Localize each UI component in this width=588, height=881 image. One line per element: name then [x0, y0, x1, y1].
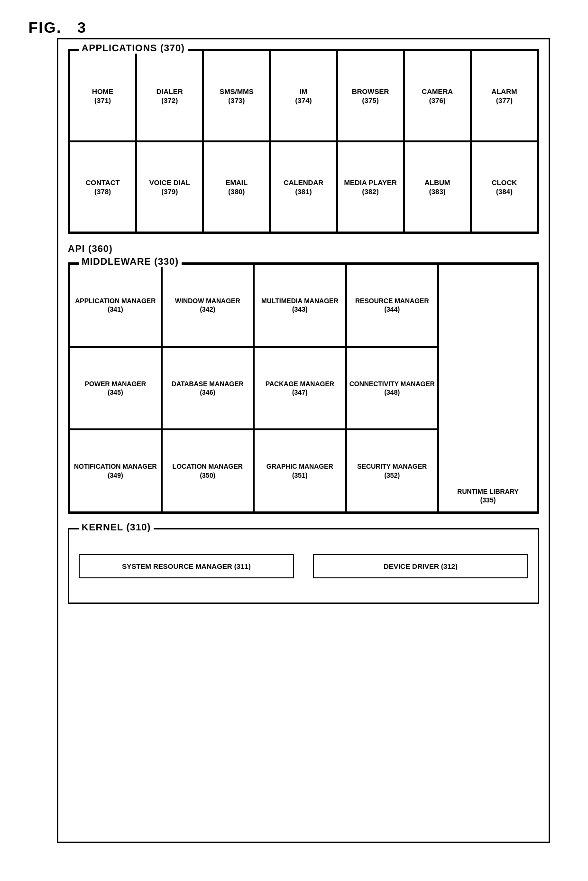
mw-ref-securitymanager: (352): [384, 471, 400, 480]
app-ref-browser: (375): [362, 96, 379, 105]
app-cell-camera: CAMERA (376): [404, 50, 471, 141]
mw-name-powermanager: POWER MANAGER: [85, 380, 146, 388]
app-ref-calendar: (381): [295, 187, 312, 196]
mw-name-securitymanager: SECURITY MANAGER: [357, 462, 427, 471]
applications-section: APPLICATIONS (370) HOME (371) DIALER (37…: [68, 49, 539, 234]
kernel-title: KERNEL (310): [79, 522, 154, 533]
system-resource-manager-label: SYSTEM RESOURCE MANAGER (311): [122, 562, 251, 570]
mw-cell-graphicmanager: GRAPHIC MANAGER (351): [254, 429, 346, 512]
app-ref-camera: (376): [429, 96, 446, 105]
kernel-content: SYSTEM RESOURCE MANAGER (311) DEVICE DRI…: [69, 529, 538, 603]
mw-cell-locationmanager: LOCATION MANAGER (350): [162, 429, 254, 512]
mw-cell-packagemanager: PACKAGE MANAGER (347): [254, 347, 346, 430]
device-driver-label: DEVICE DRIVER (312): [384, 562, 458, 570]
mw-ref-locationmanager: (350): [200, 471, 215, 480]
mw-ref-powermanager: (345): [108, 388, 123, 397]
mw-cell-windowmanager: WINDOW MANAGER (342): [162, 264, 254, 347]
app-ref-mediaplayer: (382): [362, 187, 379, 196]
app-cell-contact: CONTACT (378): [69, 141, 136, 232]
mw-cell-securitymanager: SECURITY MANAGER (352): [346, 429, 439, 512]
app-name-clock: CLOCK: [492, 178, 517, 187]
applications-title: APPLICATIONS (370): [79, 43, 188, 54]
mw-cell-databasemanager: DATABASE MANAGER (346): [162, 347, 254, 430]
app-name-voicedial: VOICE DIAL: [149, 178, 190, 187]
app-name-mediaplayer: MEDIA PLAYER: [344, 178, 396, 187]
app-name-im: IM: [300, 87, 308, 96]
middleware-section: MIDDLEWARE (330) APPLICATION MANAGER (34…: [68, 262, 539, 514]
app-ref-smsmms: (373): [228, 96, 245, 105]
mw-ref-windowmanager: (342): [200, 305, 215, 314]
system-resource-manager: SYSTEM RESOURCE MANAGER (311): [79, 554, 294, 578]
mw-cell-appmanager: APPLICATION MANAGER (341): [69, 264, 162, 347]
app-cell-smsmms: SMS/MMS (373): [203, 50, 270, 141]
app-cell-voicedial: VOICE DIAL (379): [136, 141, 203, 232]
app-cell-email: EMAIL (380): [203, 141, 270, 232]
app-ref-im: (374): [295, 96, 312, 105]
middleware-grid: APPLICATION MANAGER (341) WINDOW MANAGER…: [69, 264, 538, 512]
app-name-calendar: CALENDAR: [284, 178, 323, 187]
outer-box: APPLICATIONS (370) HOME (371) DIALER (37…: [57, 38, 550, 843]
app-name-smsmms: SMS/MMS: [220, 87, 254, 96]
app-cell-browser: BROWSER (375): [337, 50, 404, 141]
app-cell-mediaplayer: MEDIA PLAYER (382): [337, 141, 404, 232]
app-name-camera: CAMERA: [422, 87, 453, 96]
mw-ref-graphicmanager: (351): [292, 471, 308, 480]
mw-name-resourcemanager: RESOURCE MANAGER: [355, 297, 429, 305]
api-label: API (360): [68, 243, 113, 254]
app-name-album: ALBUM: [424, 178, 450, 187]
mw-cell-notificationmanager: NOTIFICATION MANAGER (349): [69, 429, 162, 512]
app-ref-clock: (384): [496, 187, 513, 196]
app-cell-im: IM (374): [270, 50, 337, 141]
app-name-email: EMAIL: [226, 178, 248, 187]
mw-cell-connectivitymanager: CONNECTIVITY MANAGER (348): [346, 347, 439, 430]
mw-cell-multimediamanager: MULTIMEDIA MANAGER (343): [254, 264, 346, 347]
mw-name-locationmanager: LOCATION MANAGER: [173, 462, 243, 471]
app-cell-dialer: DIALER (372): [136, 50, 203, 141]
mw-name-graphicmanager: GRAPHIC MANAGER: [266, 462, 333, 471]
mw-name-packagemanager: PACKAGE MANAGER: [266, 380, 334, 388]
app-name-alarm: ALARM: [491, 87, 517, 96]
app-cell-home: HOME (371): [69, 50, 136, 141]
app-name-contact: CONTACT: [85, 178, 119, 187]
mw-ref-connectivitymanager: (348): [384, 388, 400, 397]
page: FIG. 3 300 ↙ APPLICATIONS (370) HOME (37…: [0, 0, 588, 881]
app-ref-album: (383): [429, 187, 446, 196]
app-cell-calendar: CALENDAR (381): [270, 141, 337, 232]
fig-label-text: FIG.: [28, 19, 62, 36]
app-ref-contact: (378): [94, 187, 111, 196]
mw-name-connectivitymanager: CONNECTIVITY MANAGER: [349, 380, 435, 388]
mw-name-windowmanager: WINDOW MANAGER: [175, 297, 240, 305]
mw-name-databasemanager: DATABASE MANAGER: [172, 380, 244, 388]
mw-name-multimediamanager: MULTIMEDIA MANAGER: [261, 297, 339, 305]
app-name-browser: BROWSER: [352, 87, 389, 96]
app-ref-voicedial: (379): [161, 187, 178, 196]
fig-label: FIG. 3: [28, 19, 87, 37]
device-driver: DEVICE DRIVER (312): [313, 554, 528, 578]
app-name-home: HOME: [92, 87, 113, 96]
mw-ref-runtime: (335): [480, 496, 496, 504]
app-cell-alarm: ALARM (377): [471, 50, 538, 141]
mw-name-appmanager: APPLICATION MANAGER: [75, 297, 156, 305]
mw-cell-runtime: RUNTIME LIBRARY (335): [438, 264, 538, 512]
app-ref-alarm: (377): [496, 96, 513, 105]
fig-number-text: 3: [77, 19, 87, 36]
mw-ref-databasemanager: (346): [200, 388, 215, 397]
mw-ref-resourcemanager: (344): [384, 305, 400, 314]
mw-name-notificationmanager: NOTIFICATION MANAGER: [74, 462, 157, 471]
mw-cell-resourcemanager: RESOURCE MANAGER (344): [346, 264, 439, 347]
app-ref-dialer: (372): [161, 96, 178, 105]
mw-ref-packagemanager: (347): [292, 388, 308, 397]
mw-ref-appmanager: (341): [108, 305, 123, 314]
app-cell-album: ALBUM (383): [404, 141, 471, 232]
mw-ref-notificationmanager: (349): [108, 471, 123, 480]
mw-ref-multimediamanager: (343): [292, 305, 308, 314]
apps-grid: HOME (371) DIALER (372) SMS/MMS (373) IM…: [69, 50, 538, 232]
mw-name-runtime: RUNTIME LIBRARY: [457, 487, 518, 496]
mw-cell-powermanager: POWER MANAGER (345): [69, 347, 162, 430]
app-ref-home: (371): [94, 96, 111, 105]
app-name-dialer: DIALER: [156, 87, 183, 96]
app-cell-clock: CLOCK (384): [471, 141, 538, 232]
app-ref-email: (380): [228, 187, 245, 196]
kernel-section: KERNEL (310) SYSTEM RESOURCE MANAGER (31…: [68, 528, 539, 604]
middleware-title: MIDDLEWARE (330): [79, 256, 182, 267]
